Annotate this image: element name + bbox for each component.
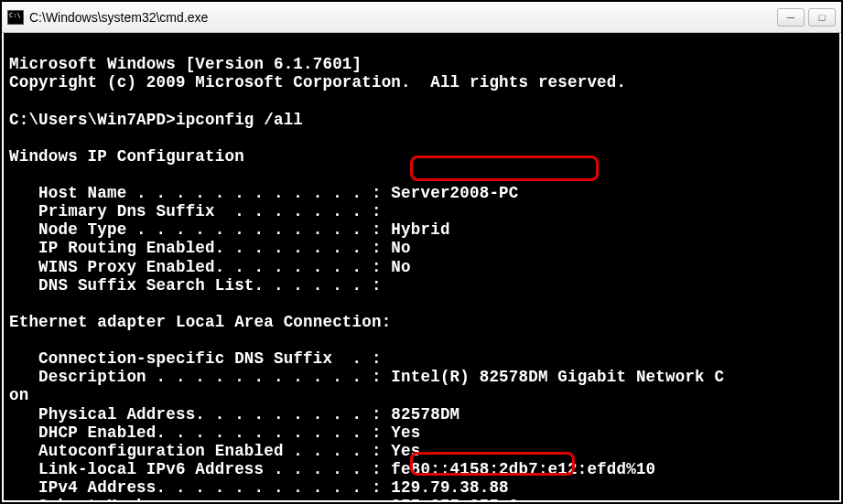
minimize-button[interactable]: ─ bbox=[777, 8, 805, 27]
console-line: Host Name . . . . . . . . . . . . : Serv… bbox=[9, 184, 519, 202]
console-line: Microsoft Windows [Version 6.1.7601] bbox=[9, 55, 362, 73]
console-line: C:\Users\Win7APD>ipconfig /all bbox=[9, 111, 303, 129]
maximize-button[interactable]: □ bbox=[808, 8, 836, 27]
console-line: Node Type . . . . . . . . . . . . : Hybr… bbox=[9, 220, 450, 239]
console-output[interactable]: Microsoft Windows [Version 6.1.7601] Cop… bbox=[4, 33, 839, 500]
highlight-hostname bbox=[410, 155, 599, 181]
console-line: IP Routing Enabled. . . . . . . . : No bbox=[9, 239, 411, 257]
cmd-icon bbox=[7, 10, 24, 25]
console-line: WINS Proxy Enabled. . . . . . . . : No bbox=[9, 258, 411, 276]
titlebar-left: C:\Windows\system32\cmd.exe bbox=[7, 10, 208, 25]
console-line: Description . . . . . . . . . . . : Inte… bbox=[9, 368, 724, 386]
console-line: Link-local IPv6 Address . . . . . : fe80… bbox=[9, 460, 655, 478]
console-line: Primary Dns Suffix . . . . . . . : bbox=[9, 202, 382, 220]
window-title: C:\Windows\system32\cmd.exe bbox=[29, 10, 208, 25]
console-line: Subnet Mask . . . . . . . . . . . : 255.… bbox=[9, 497, 519, 500]
window-controls: ─ □ bbox=[777, 8, 836, 27]
console-line: Connection-specific DNS Suffix . : bbox=[9, 349, 382, 368]
console-line: DHCP Enabled. . . . . . . . . . . : Yes bbox=[9, 424, 420, 442]
console-line: Copyright (c) 2009 Microsoft Corporation… bbox=[9, 73, 626, 91]
console-line: Autoconfiguration Enabled . . . . : Yes bbox=[9, 442, 420, 460]
console-line: Physical Address. . . . . . . . . : 8257… bbox=[9, 405, 459, 424]
console-line: Ethernet adapter Local Area Connection: bbox=[9, 313, 391, 331]
console-line: DNS Suffix Search List. . . . . . : bbox=[9, 276, 382, 295]
titlebar[interactable]: C:\Windows\system32\cmd.exe ─ □ bbox=[2, 2, 841, 33]
console-line: Windows IP Configuration bbox=[9, 147, 244, 166]
cmd-window: C:\Windows\system32\cmd.exe ─ □ Microsof… bbox=[0, 0, 843, 504]
console-line: IPv4 Address. . . . . . . . . . . : 129.… bbox=[9, 478, 509, 497]
console-line: on bbox=[9, 386, 28, 404]
